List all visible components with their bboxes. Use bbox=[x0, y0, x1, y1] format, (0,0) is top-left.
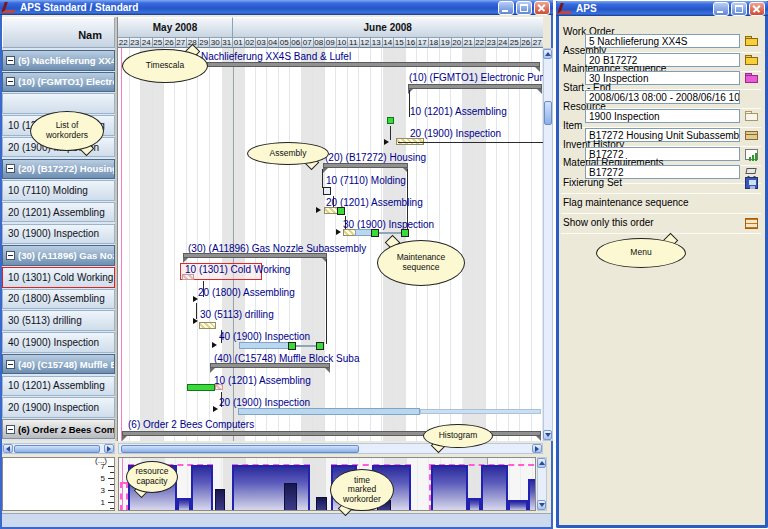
collapse-icon[interactable] bbox=[6, 425, 15, 434]
scroll-right-button[interactable] bbox=[532, 444, 542, 453]
aps-close-button[interactable] bbox=[749, 2, 765, 16]
gantt-link-arrow bbox=[212, 342, 217, 348]
scroll-thumb[interactable] bbox=[121, 445, 359, 453]
field-input-work-order[interactable]: 5 Nachlieferung XX4S bbox=[585, 34, 740, 48]
workorder-row[interactable]: 40 (1900) Inspection bbox=[2, 332, 115, 353]
workorder-group-row[interactable]: (5) Nachlieferung XX4S Ba bbox=[2, 50, 115, 71]
scroll-arrow-icon bbox=[539, 503, 545, 507]
collapse-icon[interactable] bbox=[6, 164, 15, 173]
folder-yellow-icon[interactable] bbox=[744, 34, 760, 48]
maximize-button[interactable] bbox=[516, 1, 532, 15]
scroll-left-button[interactable] bbox=[3, 444, 13, 453]
gantt-fixed-marker[interactable] bbox=[337, 207, 345, 215]
gantt-fixed-marker[interactable] bbox=[288, 342, 296, 350]
scroll-thumb[interactable] bbox=[14, 445, 100, 453]
workorder-row[interactable]: 20 (1800) Assembling bbox=[2, 289, 115, 310]
screen: APS Standard / Standard Nam May 2008June… bbox=[0, 0, 768, 529]
empty-row[interactable] bbox=[2, 93, 115, 114]
gantt-marked-bar[interactable] bbox=[182, 274, 194, 280]
left-hscrollbar[interactable] bbox=[2, 443, 115, 454]
gantt-fixed-marker[interactable] bbox=[401, 229, 409, 237]
scroll-thumb[interactable] bbox=[544, 101, 552, 125]
gantt-done-bar[interactable] bbox=[187, 384, 215, 391]
workorder-group-row[interactable]: (10) (FGMTO1) Electronic bbox=[2, 72, 115, 93]
gantt-planned-bar[interactable] bbox=[199, 322, 216, 329]
gantt-marked-bar[interactable] bbox=[215, 384, 223, 390]
workorder-row[interactable]: 10 (1201) Assembling bbox=[2, 115, 115, 136]
gantt-fixed-marker[interactable] bbox=[371, 229, 379, 237]
scroll-up-button[interactable] bbox=[537, 458, 546, 468]
gantt-vscrollbar[interactable] bbox=[543, 48, 553, 441]
day-cell: 17 bbox=[417, 38, 429, 48]
gantt-summary-bar[interactable] bbox=[323, 163, 408, 168]
day-cell: 29 bbox=[199, 38, 211, 48]
gantt-task-bar[interactable] bbox=[420, 409, 541, 414]
package-icon[interactable] bbox=[744, 128, 760, 142]
day-cell: 22 bbox=[118, 38, 130, 48]
gantt-milestone-box[interactable] bbox=[323, 187, 331, 195]
aps-minimize-button[interactable] bbox=[713, 2, 729, 16]
collapse-icon[interactable] bbox=[6, 56, 15, 65]
field-separator bbox=[561, 233, 761, 234]
scroll-down-button[interactable] bbox=[543, 430, 552, 440]
gantt-link-line bbox=[196, 303, 197, 319]
close-button[interactable] bbox=[534, 1, 550, 15]
chart-icon[interactable] bbox=[744, 147, 760, 161]
day-cell: 30 bbox=[210, 38, 222, 48]
collapse-icon[interactable] bbox=[6, 251, 15, 260]
scroll-up-button[interactable] bbox=[543, 49, 552, 59]
workorder-group-row[interactable]: (40) (C15748) Muffle Block bbox=[2, 354, 115, 375]
gantt-summary-bar[interactable] bbox=[408, 84, 542, 89]
workorder-group-row[interactable]: (20) (B17272) Housing Uni bbox=[2, 159, 115, 180]
gantt-hscrollbar[interactable] bbox=[118, 443, 543, 454]
scroll-down-button[interactable] bbox=[537, 500, 546, 510]
row-label: 10 (1201) Assembling bbox=[8, 380, 105, 391]
gantt-summary-bar[interactable] bbox=[180, 62, 540, 67]
workorder-row[interactable]: 10 (1201) Assembling bbox=[2, 376, 115, 397]
gantt-done-bar[interactable] bbox=[387, 117, 394, 124]
field-input-start-end[interactable]: 2008/06/13 08:00 - 2008/06/16 10:32 bbox=[585, 90, 740, 104]
gantt-task-bar[interactable] bbox=[238, 408, 420, 415]
workorder-row[interactable]: 10 (1301) Cold Working bbox=[2, 267, 115, 288]
gantt-task-bar[interactable] bbox=[239, 342, 290, 349]
gantt-fixed-marker[interactable] bbox=[316, 342, 324, 350]
row-label: 10 (7110) Molding bbox=[8, 185, 88, 196]
scroll-arrow-icon bbox=[545, 433, 551, 437]
folder-magenta-icon[interactable] bbox=[744, 71, 760, 85]
gantt-summary-bar[interactable] bbox=[183, 253, 327, 258]
axis-tick bbox=[108, 478, 114, 479]
collapse-icon[interactable] bbox=[6, 77, 15, 86]
workorder-row[interactable]: 20 (1201) Assembling bbox=[2, 202, 115, 223]
user-computer-icon[interactable] bbox=[744, 176, 760, 190]
workorder-row[interactable]: 20 (1900) Inspection bbox=[2, 397, 115, 418]
scroll-right-button[interactable] bbox=[104, 444, 114, 453]
histogram-vscrollbar[interactable] bbox=[537, 457, 547, 511]
gantt-task-label: 10 (1201) Assembling bbox=[410, 107, 507, 117]
gantt-task-bar[interactable] bbox=[355, 229, 372, 236]
workorder-row[interactable]: 30 (5113) drilling bbox=[2, 310, 115, 331]
collapse-icon[interactable] bbox=[6, 360, 15, 369]
folder-plain-icon[interactable] bbox=[744, 109, 760, 123]
workorder-row[interactable]: 20 (1900) Inspection bbox=[2, 137, 115, 158]
workorder-row[interactable]: 10 (7110) Molding bbox=[2, 180, 115, 201]
field-input-resource[interactable]: 1900 Inspection bbox=[585, 109, 740, 123]
gantt-planned-bar[interactable] bbox=[324, 207, 338, 214]
gantt-summary-bar[interactable] bbox=[122, 431, 541, 436]
workorder-group-row[interactable]: (30) (A11896) Gas Nozzle bbox=[2, 245, 115, 266]
day-cell: 31 bbox=[222, 38, 234, 48]
marked-workorder-bar bbox=[316, 497, 327, 511]
row-label: (20) (B17272) Housing Uni bbox=[18, 163, 115, 174]
workorder-group-row[interactable]: (6) Order 2 Bees Compute bbox=[2, 419, 115, 440]
main-titlebar[interactable]: APS Standard / Standard bbox=[0, 0, 553, 15]
aps-titlebar[interactable]: APS bbox=[556, 1, 768, 16]
maximize-icon bbox=[520, 4, 528, 12]
gantt-summary-bar[interactable] bbox=[210, 363, 330, 368]
minimize-button[interactable] bbox=[498, 1, 514, 15]
workorder-row[interactable]: 30 (1900) Inspection bbox=[2, 224, 115, 245]
day-cell: 24 bbox=[498, 38, 510, 48]
aps-maximize-button[interactable] bbox=[731, 2, 747, 16]
timescale-months: May 2008June 2008 bbox=[118, 17, 543, 38]
folder-yellow-icon[interactable] bbox=[744, 53, 760, 67]
grid-orange-icon[interactable] bbox=[744, 216, 760, 230]
marked-workorder-bar bbox=[377, 500, 391, 511]
